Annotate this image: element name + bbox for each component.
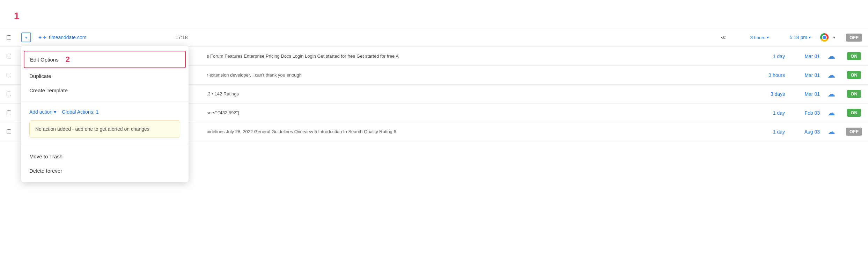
- row-5-cloud: ☁: [823, 108, 840, 117]
- create-template-label: Create Template: [29, 87, 68, 93]
- duplicate-label: Duplicate: [29, 73, 51, 79]
- row-6-last-check: Aug 03: [788, 129, 823, 135]
- row-1-status[interactable]: OFF: [840, 34, 868, 42]
- row-1-time: 17:18: [161, 35, 203, 40]
- cloud-icon: ☁: [827, 52, 835, 61]
- status-badge[interactable]: ON: [847, 52, 861, 60]
- edit-options-label: Edit Options: [30, 57, 59, 63]
- number-label-2: 2: [66, 55, 70, 64]
- status-badge[interactable]: OFF: [846, 34, 862, 42]
- delete-forever-label: Delete forever: [29, 168, 62, 174]
- delete-forever-item[interactable]: Delete forever: [21, 164, 189, 178]
- row-3-checkbox[interactable]: [0, 73, 17, 77]
- no-action-box: No action added - add one to get alerted…: [29, 120, 180, 138]
- actions-row: Add action ▾ Global Actions: 1: [21, 106, 189, 117]
- row-2-status[interactable]: ON: [840, 52, 868, 60]
- site-label: timeanddate.com: [49, 35, 86, 40]
- time-dropdown-icon[interactable]: ▾: [809, 35, 816, 40]
- cloud-icon: ☁: [827, 108, 835, 117]
- page-wrapper: 1 ▼ ✦✦ timeanddate.com 17:18 ≪: [0, 0, 868, 272]
- row-5-content: sers":"432,892"}: [203, 110, 753, 115]
- row-1-last-check-time: 5:18 pm: [774, 35, 809, 40]
- dropdown-button[interactable]: ▼: [21, 33, 31, 42]
- row-1-interval[interactable]: 3 hours: [728, 35, 767, 40]
- row-4-last-check: Mar 01: [788, 91, 823, 97]
- move-to-trash-label: Move to Trash: [29, 153, 62, 159]
- row-6-interval: 1 day: [753, 129, 788, 135]
- row-4-content: .3 • 142 Ratings: [203, 91, 753, 96]
- cloud-icon: ☁: [827, 127, 835, 136]
- move-to-trash-item[interactable]: Move to Trash: [21, 149, 189, 164]
- row-5-status[interactable]: ON: [840, 109, 868, 117]
- cloud-icon: ☁: [827, 71, 835, 80]
- edit-options-item[interactable]: Edit Options 2: [24, 51, 186, 68]
- row-1-checkbox[interactable]: [0, 35, 17, 40]
- row-3-status[interactable]: ON: [840, 71, 868, 79]
- status-badge[interactable]: ON: [847, 71, 861, 79]
- divider-2: [21, 145, 189, 145]
- dropdown-menu: Edit Options 2 Duplicate Create Template…: [21, 46, 189, 182]
- double-chevron-icon: ≪: [718, 35, 728, 40]
- row-6-content: uidelines July 28, 2022 General Guidelin…: [203, 129, 753, 134]
- row-1-dropdown-col: ▼: [17, 33, 35, 42]
- status-badge[interactable]: OFF: [846, 128, 862, 136]
- table-row: ▼ ✦✦ timeanddate.com 17:18 ≪ 3 hours ▾ 5…: [0, 28, 868, 47]
- status-badge[interactable]: ON: [847, 90, 861, 98]
- add-action-arrow-icon: ▾: [54, 109, 56, 115]
- duplicate-item[interactable]: Duplicate: [21, 69, 189, 83]
- row-2-last-check: Mar 01: [788, 53, 823, 59]
- row-2-interval: 1 day: [753, 53, 788, 59]
- row-5-last-check: Feb 03: [788, 110, 823, 116]
- status-badge[interactable]: ON: [847, 109, 861, 117]
- row-6-status[interactable]: OFF: [840, 128, 868, 136]
- site-link[interactable]: ✦✦ timeanddate.com: [38, 34, 161, 41]
- row-4-interval: 3 days: [753, 91, 788, 97]
- dropdown-section-top: Edit Options 2 Duplicate Create Template: [21, 49, 189, 99]
- chrome-icon: [820, 33, 829, 42]
- cloud-icon: ☁: [827, 90, 835, 99]
- row-5-interval: 1 day: [753, 110, 788, 116]
- page-number-label: 1: [14, 10, 20, 22]
- divider-1: [21, 102, 189, 102]
- add-action-button[interactable]: Add action ▾: [29, 109, 56, 115]
- dropdown-arrow-icon: ▼: [24, 36, 28, 40]
- global-actions-link[interactable]: Global Actions: 1: [62, 109, 98, 115]
- row-6-checkbox[interactable]: [0, 129, 17, 134]
- no-action-text: No action added - add one to get alerted…: [35, 126, 149, 132]
- row-2-cloud: ☁: [823, 52, 840, 61]
- create-template-item[interactable]: Create Template: [21, 83, 189, 98]
- browser-dropdown-icon[interactable]: ▾: [833, 35, 840, 40]
- row-2-content: s Forum Features Enterprise Pricing Docs…: [203, 53, 753, 59]
- row-3-cloud: ☁: [823, 71, 840, 80]
- row-4-checkbox[interactable]: [0, 92, 17, 96]
- row-1-browser-icon: [816, 33, 833, 42]
- row-3-last-check: Mar 01: [788, 72, 823, 78]
- row-3-content: r extension developer, I can't thank you…: [203, 72, 753, 78]
- row-4-cloud: ☁: [823, 90, 840, 99]
- table-container: ▼ ✦✦ timeanddate.com 17:18 ≪ 3 hours ▾ 5…: [0, 28, 868, 141]
- dropdown-section-actions: Add action ▾ Global Actions: 1 No action…: [21, 105, 189, 142]
- interval-dropdown-icon[interactable]: ▾: [767, 35, 774, 40]
- add-action-label: Add action: [29, 109, 52, 115]
- row-2-checkbox[interactable]: [0, 54, 17, 58]
- site-star-icon: ✦✦: [38, 34, 47, 41]
- row-6-cloud: ☁: [823, 127, 840, 136]
- dropdown-section-bottom: Move to Trash Delete forever: [21, 148, 189, 179]
- row-1-site: ✦✦ timeanddate.com: [35, 34, 161, 41]
- row-3-interval: 3 hours: [753, 72, 788, 78]
- row-4-status[interactable]: ON: [840, 90, 868, 98]
- row-5-checkbox[interactable]: [0, 110, 17, 115]
